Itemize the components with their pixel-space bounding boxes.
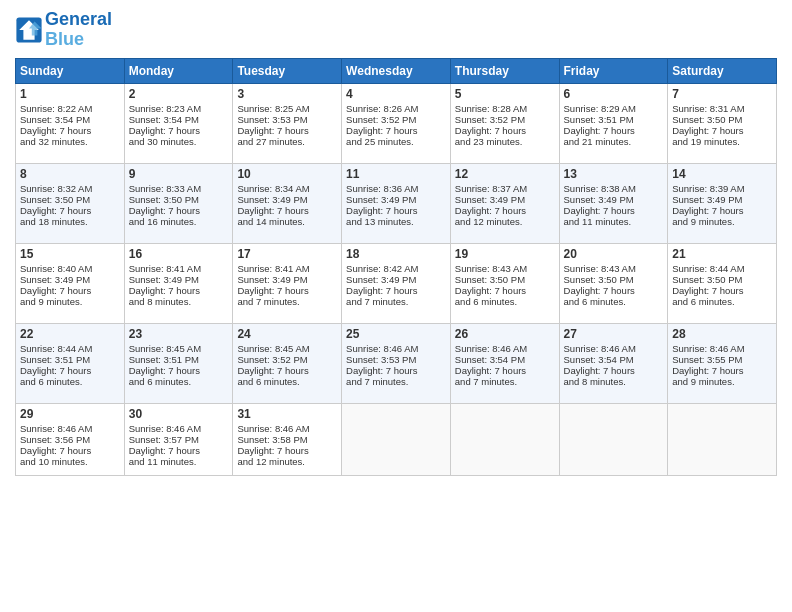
day-number: 18: [346, 247, 446, 261]
calendar-cell: 9Sunrise: 8:33 AMSunset: 3:50 PMDaylight…: [124, 163, 233, 243]
day-number: 15: [20, 247, 120, 261]
day-info-line: Daylight: 7 hours: [237, 365, 337, 376]
day-info-line: Daylight: 7 hours: [455, 285, 555, 296]
day-info-line: Sunset: 3:50 PM: [20, 194, 120, 205]
day-info-line: Daylight: 7 hours: [20, 125, 120, 136]
day-info-line: Sunrise: 8:25 AM: [237, 103, 337, 114]
calendar-cell: 28Sunrise: 8:46 AMSunset: 3:55 PMDayligh…: [668, 323, 777, 403]
calendar-cell: 8Sunrise: 8:32 AMSunset: 3:50 PMDaylight…: [16, 163, 125, 243]
day-info-line: Daylight: 7 hours: [237, 285, 337, 296]
day-info-line: Daylight: 7 hours: [237, 445, 337, 456]
calendar-cell: 26Sunrise: 8:46 AMSunset: 3:54 PMDayligh…: [450, 323, 559, 403]
calendar-cell: 29Sunrise: 8:46 AMSunset: 3:56 PMDayligh…: [16, 403, 125, 475]
day-info-line: and 6 minutes.: [129, 376, 229, 387]
calendar-cell: [342, 403, 451, 475]
calendar-day-header: Sunday: [16, 58, 125, 83]
day-info-line: Sunrise: 8:33 AM: [129, 183, 229, 194]
day-info-line: Sunset: 3:52 PM: [455, 114, 555, 125]
day-info-line: Sunset: 3:53 PM: [346, 354, 446, 365]
day-info-line: and 7 minutes.: [455, 376, 555, 387]
day-number: 4: [346, 87, 446, 101]
day-info-line: Sunset: 3:54 PM: [564, 354, 664, 365]
day-number: 25: [346, 327, 446, 341]
day-info-line: Sunset: 3:49 PM: [237, 194, 337, 205]
day-info-line: Daylight: 7 hours: [129, 365, 229, 376]
calendar-cell: 4Sunrise: 8:26 AMSunset: 3:52 PMDaylight…: [342, 83, 451, 163]
calendar-cell: 11Sunrise: 8:36 AMSunset: 3:49 PMDayligh…: [342, 163, 451, 243]
day-info-line: Sunset: 3:50 PM: [455, 274, 555, 285]
day-info-line: Daylight: 7 hours: [455, 205, 555, 216]
day-info-line: Sunrise: 8:40 AM: [20, 263, 120, 274]
day-info-line: Sunrise: 8:23 AM: [129, 103, 229, 114]
day-info-line: Sunset: 3:55 PM: [672, 354, 772, 365]
calendar-cell: 30Sunrise: 8:46 AMSunset: 3:57 PMDayligh…: [124, 403, 233, 475]
day-info-line: Sunset: 3:49 PM: [129, 274, 229, 285]
day-info-line: Daylight: 7 hours: [20, 365, 120, 376]
day-info-line: and 10 minutes.: [20, 456, 120, 467]
logo-text: General Blue: [45, 10, 112, 50]
day-number: 22: [20, 327, 120, 341]
calendar-cell: 10Sunrise: 8:34 AMSunset: 3:49 PMDayligh…: [233, 163, 342, 243]
calendar-cell: 27Sunrise: 8:46 AMSunset: 3:54 PMDayligh…: [559, 323, 668, 403]
day-info-line: Daylight: 7 hours: [672, 365, 772, 376]
day-info-line: Daylight: 7 hours: [129, 125, 229, 136]
calendar-cell: 18Sunrise: 8:42 AMSunset: 3:49 PMDayligh…: [342, 243, 451, 323]
day-info-line: Daylight: 7 hours: [20, 205, 120, 216]
day-number: 26: [455, 327, 555, 341]
calendar-table: SundayMondayTuesdayWednesdayThursdayFrid…: [15, 58, 777, 476]
calendar-day-header: Saturday: [668, 58, 777, 83]
day-info-line: Sunset: 3:50 PM: [129, 194, 229, 205]
day-info-line: and 18 minutes.: [20, 216, 120, 227]
day-number: 9: [129, 167, 229, 181]
day-info-line: and 11 minutes.: [564, 216, 664, 227]
calendar-day-header: Wednesday: [342, 58, 451, 83]
day-number: 30: [129, 407, 229, 421]
day-info-line: Sunrise: 8:31 AM: [672, 103, 772, 114]
calendar-cell: 24Sunrise: 8:45 AMSunset: 3:52 PMDayligh…: [233, 323, 342, 403]
day-info-line: Sunset: 3:52 PM: [237, 354, 337, 365]
calendar-cell: 16Sunrise: 8:41 AMSunset: 3:49 PMDayligh…: [124, 243, 233, 323]
day-info-line: Sunset: 3:49 PM: [237, 274, 337, 285]
calendar-day-header: Thursday: [450, 58, 559, 83]
day-number: 6: [564, 87, 664, 101]
calendar-cell: 17Sunrise: 8:41 AMSunset: 3:49 PMDayligh…: [233, 243, 342, 323]
day-number: 20: [564, 247, 664, 261]
day-info-line: and 6 minutes.: [455, 296, 555, 307]
calendar-cell: 3Sunrise: 8:25 AMSunset: 3:53 PMDaylight…: [233, 83, 342, 163]
day-info-line: Sunrise: 8:46 AM: [237, 423, 337, 434]
day-info-line: Daylight: 7 hours: [20, 285, 120, 296]
day-info-line: Sunrise: 8:26 AM: [346, 103, 446, 114]
logo-icon: [15, 16, 43, 44]
day-info-line: Daylight: 7 hours: [672, 205, 772, 216]
day-info-line: and 16 minutes.: [129, 216, 229, 227]
day-number: 19: [455, 247, 555, 261]
day-info-line: Sunrise: 8:45 AM: [237, 343, 337, 354]
calendar-cell: 7Sunrise: 8:31 AMSunset: 3:50 PMDaylight…: [668, 83, 777, 163]
day-info-line: and 6 minutes.: [237, 376, 337, 387]
day-info-line: Sunrise: 8:46 AM: [672, 343, 772, 354]
day-info-line: Sunset: 3:54 PM: [129, 114, 229, 125]
calendar-day-header: Monday: [124, 58, 233, 83]
day-number: 5: [455, 87, 555, 101]
day-info-line: and 19 minutes.: [672, 136, 772, 147]
day-number: 31: [237, 407, 337, 421]
day-info-line: and 11 minutes.: [129, 456, 229, 467]
day-info-line: Sunrise: 8:37 AM: [455, 183, 555, 194]
calendar-cell: [450, 403, 559, 475]
day-number: 3: [237, 87, 337, 101]
day-info-line: Sunrise: 8:32 AM: [20, 183, 120, 194]
day-info-line: Sunrise: 8:28 AM: [455, 103, 555, 114]
day-info-line: Sunset: 3:49 PM: [20, 274, 120, 285]
day-number: 11: [346, 167, 446, 181]
day-number: 29: [20, 407, 120, 421]
day-info-line: Sunrise: 8:46 AM: [455, 343, 555, 354]
day-number: 1: [20, 87, 120, 101]
day-info-line: Daylight: 7 hours: [564, 205, 664, 216]
day-info-line: Sunset: 3:51 PM: [564, 114, 664, 125]
day-number: 8: [20, 167, 120, 181]
day-info-line: Daylight: 7 hours: [672, 125, 772, 136]
day-info-line: Sunrise: 8:22 AM: [20, 103, 120, 114]
day-number: 27: [564, 327, 664, 341]
day-info-line: Sunrise: 8:42 AM: [346, 263, 446, 274]
calendar-cell: 22Sunrise: 8:44 AMSunset: 3:51 PMDayligh…: [16, 323, 125, 403]
